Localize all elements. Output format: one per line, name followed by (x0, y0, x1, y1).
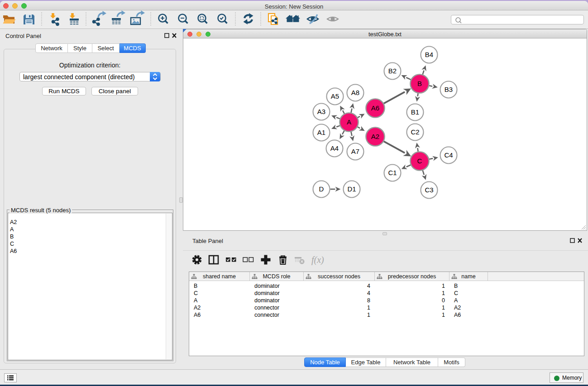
svg-text:C3: C3 (425, 186, 433, 194)
svg-text:B: B (417, 80, 422, 87)
svg-text:A8: A8 (351, 89, 359, 96)
svg-text:C4: C4 (444, 151, 453, 159)
svg-text:C2: C2 (411, 128, 419, 136)
svg-text:A: A (347, 118, 351, 126)
svg-text:C1: C1 (388, 169, 397, 176)
svg-text:A6: A6 (371, 104, 379, 112)
svg-text:A3: A3 (317, 108, 325, 115)
svg-text:A4: A4 (330, 144, 339, 152)
svg-text:B3: B3 (445, 86, 453, 93)
svg-text:A7: A7 (351, 148, 359, 155)
svg-text:A5: A5 (331, 92, 339, 100)
svg-text:A2: A2 (371, 133, 379, 140)
svg-text:D: D (319, 185, 324, 193)
svg-text:A1: A1 (317, 129, 325, 136)
svg-text:B4: B4 (425, 51, 433, 58)
svg-text:C: C (417, 157, 422, 165)
svg-text:B2: B2 (388, 67, 397, 75)
svg-text:D1: D1 (347, 185, 356, 193)
svg-text:f(x): f(x) (311, 255, 324, 265)
svg-text:B1: B1 (411, 108, 419, 116)
